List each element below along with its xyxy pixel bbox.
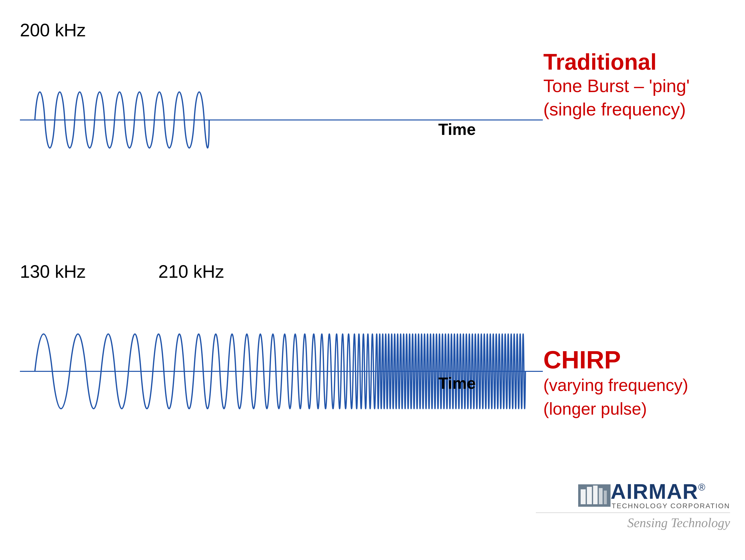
chirp-label: CHIRP (varying frequency) (longer pulse): [543, 346, 730, 421]
bottom-section: 130 kHz 210 kHz Time: [20, 261, 543, 456]
chirp-wave-svg: Time: [20, 287, 543, 456]
airmar-icon: [578, 484, 611, 507]
airmar-reg: ®: [698, 482, 705, 493]
chirp-subtitle-line1: (varying frequency): [543, 373, 730, 397]
freq-label-200khz: 200 kHz: [20, 20, 543, 40]
freq-label-130khz: 130 kHz: [20, 261, 86, 282]
svg-rect-5: [581, 489, 586, 504]
airmar-logo: AIRMAR ® TECHNOLOGY CORPORATION: [536, 481, 730, 510]
traditional-subtitle-line1: Tone Burst – 'ping': [543, 74, 730, 98]
freq-labels-bottom: 130 kHz 210 kHz: [20, 261, 224, 282]
traditional-title: Traditional: [543, 50, 730, 74]
svg-rect-6: [587, 487, 592, 504]
traditional-wave-svg: Time: [20, 45, 543, 195]
traditional-wave-area: Time: [20, 45, 543, 195]
airmar-divider: [536, 513, 730, 513]
svg-text:Time: Time: [438, 374, 476, 392]
svg-rect-7: [593, 486, 597, 504]
svg-rect-8: [599, 488, 603, 504]
sensing-text: Sensing Technology: [536, 516, 730, 530]
freq-label-210khz: 210 kHz: [158, 261, 224, 282]
airmar-text-block: AIRMAR ® TECHNOLOGY CORPORATION: [611, 481, 730, 510]
airmar-name-text: AIRMAR: [611, 481, 698, 502]
top-section: 200 kHz Time: [20, 20, 543, 195]
airmar-sub-text: TECHNOLOGY CORPORATION: [612, 502, 730, 510]
traditional-label: Traditional Tone Burst – 'ping' (single …: [543, 50, 730, 121]
chirp-title: CHIRP: [543, 346, 730, 373]
chirp-wave-area: Time: [20, 287, 543, 456]
svg-text:Time: Time: [438, 120, 476, 138]
traditional-subtitle-line3: (single frequency): [543, 98, 730, 121]
airmar-section: AIRMAR ® TECHNOLOGY CORPORATION Sensing …: [536, 481, 730, 530]
main-container: 200 kHz Time 130 kHz 210 kHz: [0, 0, 745, 560]
svg-rect-9: [604, 491, 607, 504]
chirp-subtitle-line2: (longer pulse): [543, 397, 730, 421]
